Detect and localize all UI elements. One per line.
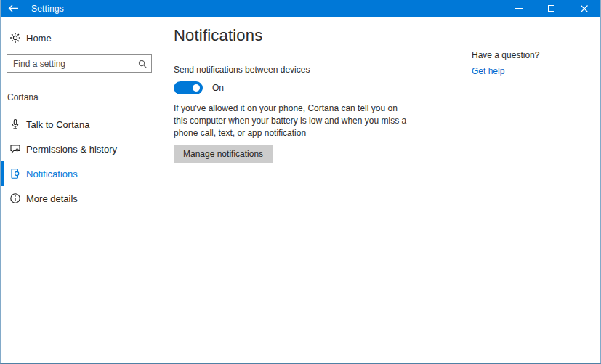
titlebar: Settings <box>1 0 600 17</box>
window-title: Settings <box>31 4 64 14</box>
search-box <box>7 54 152 73</box>
sidebar: Home Cortana <box>1 17 168 363</box>
sidebar-item-talk-to-cortana[interactable]: Talk to Cortana <box>1 112 168 137</box>
search-icon[interactable] <box>134 59 151 69</box>
sidebar-item-label: More details <box>26 193 78 204</box>
minimize-icon <box>515 8 523 9</box>
sidebar-item-label: Notifications <box>26 169 78 179</box>
sidebar-item-more-details[interactable]: More details <box>1 186 168 211</box>
setting-description: If you've allowed it on your phone, Cort… <box>174 102 411 139</box>
sidebar-item-notifications[interactable]: Notifications <box>1 161 168 186</box>
manage-notifications-button[interactable]: Manage notifications <box>174 145 273 163</box>
sidebar-item-home[interactable]: Home <box>1 28 168 47</box>
minimize-button[interactable] <box>502 0 535 17</box>
microphone-icon <box>9 118 21 130</box>
help-question-text: Have a question? <box>472 50 539 60</box>
sidebar-nav: Talk to Cortana Permissions & history <box>1 112 168 211</box>
settings-window: Settings <box>0 0 601 364</box>
permissions-icon <box>9 143 21 155</box>
sidebar-item-label: Permissions & history <box>26 144 117 155</box>
sidebar-item-label: Talk to Cortana <box>26 119 89 130</box>
maximize-button[interactable] <box>535 0 568 17</box>
maximize-icon <box>548 5 554 12</box>
notifications-toggle[interactable] <box>174 81 203 94</box>
back-arrow-icon <box>8 4 19 12</box>
page-title: Notifications <box>174 26 600 45</box>
sidebar-section-label: Cortana <box>1 92 168 102</box>
sidebar-item-permissions-history[interactable]: Permissions & history <box>1 137 168 161</box>
sidebar-home-label: Home <box>26 33 52 44</box>
gear-icon <box>9 32 21 44</box>
back-button[interactable] <box>1 0 25 17</box>
selected-accent-bar <box>1 161 4 186</box>
get-help-link[interactable]: Get help <box>472 66 504 76</box>
close-icon <box>581 5 588 12</box>
info-icon <box>9 193 21 204</box>
toggle-state-label: On <box>212 83 224 93</box>
help-section: Have a question? Get help <box>472 50 539 77</box>
toggle-knob <box>193 84 200 92</box>
close-button[interactable] <box>568 0 600 17</box>
search-input[interactable] <box>7 55 134 72</box>
notifications-icon <box>9 168 21 179</box>
toggle-row: On <box>174 81 600 94</box>
